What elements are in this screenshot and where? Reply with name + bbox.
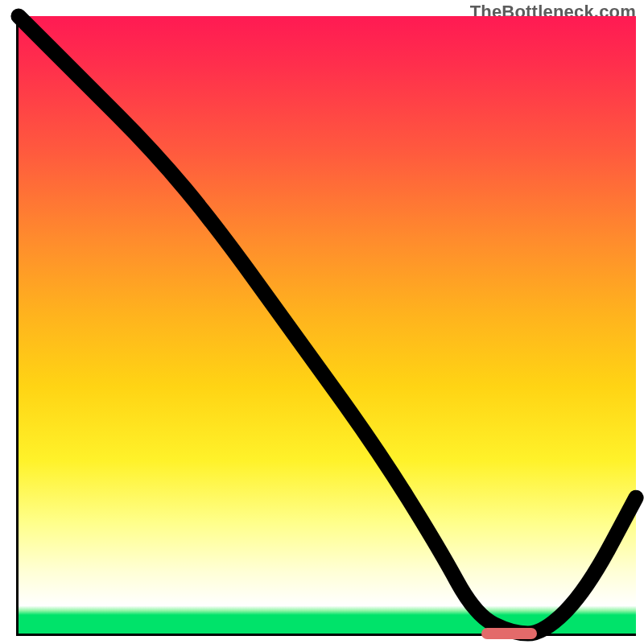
chart-frame: TheBottleneck.com	[0, 0, 644, 644]
curve-path	[19, 16, 636, 634]
plot-area	[16, 16, 636, 636]
bottleneck-curve	[19, 16, 636, 634]
optimal-range-marker	[481, 628, 537, 639]
